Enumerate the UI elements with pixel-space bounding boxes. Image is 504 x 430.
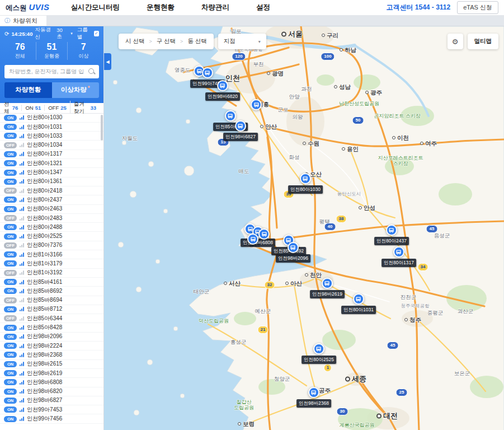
fleet-stats: 76전체51운행중7이상 bbox=[4, 38, 99, 65]
map-vehicle-marker[interactable]: 인천80아2437 bbox=[374, 225, 409, 245]
breadcrumb-item-0[interactable]: 시 선택 bbox=[125, 38, 144, 45]
signal-bar bbox=[20, 374, 21, 376]
marker-plate-label: 인천98바2619 bbox=[310, 290, 345, 298]
support-phone: 고객센터 1544 - 3112 bbox=[386, 3, 450, 12]
signal-bar bbox=[21, 382, 22, 385]
chevron-down-icon: ▾ bbox=[70, 31, 73, 36]
nav-item-0[interactable]: 실시간모니터링 bbox=[71, 3, 120, 12]
map-vehicle-marker[interactable] bbox=[247, 233, 258, 245]
vehicle-row[interactable]: ON인천99아7453 bbox=[0, 405, 103, 414]
vehicle-row[interactable]: ON인천99아7456 bbox=[0, 414, 103, 423]
vehicle-row[interactable]: OFF인천80아1034 bbox=[0, 141, 103, 149]
branch-select[interactable]: 지점 ▾ bbox=[218, 34, 266, 49]
group-checkbox[interactable]: ✓ bbox=[94, 31, 99, 36]
map-container[interactable]: 서울구리김포하남김포국제공항부천인천광명성남과천광주안양남한산성도립공원영종도시… bbox=[104, 26, 504, 430]
vehicle-plate: 인천98바6808 bbox=[27, 378, 62, 386]
status-badge: ON bbox=[4, 170, 17, 176]
tab-vehicle-location[interactable]: ⓘ 차량위치 bbox=[0, 16, 46, 26]
vehicle-row[interactable]: ON인천80아1361 bbox=[0, 177, 103, 186]
multimap-button[interactable]: 멀티맵 bbox=[468, 34, 499, 49]
marker-plate-label: 인천80아1317 bbox=[381, 259, 416, 267]
map-vehicle-marker[interactable]: 인천98바2619 bbox=[310, 278, 345, 298]
signal-bar bbox=[21, 163, 22, 166]
filter-count: 51 bbox=[35, 105, 41, 111]
vehicle-row[interactable]: ON인천80아1347 bbox=[0, 168, 103, 177]
map-vehicle-marker[interactable]: 인천80아1031 bbox=[341, 293, 376, 314]
nav-item-2[interactable]: 차량관리 bbox=[201, 3, 229, 12]
refresh-interval-select[interactable]: 30 초 bbox=[56, 27, 68, 40]
vehicle-row[interactable]: OFF인천85바8694 bbox=[0, 296, 103, 305]
map-vehicle-marker[interactable] bbox=[251, 99, 262, 110]
nav-item-1[interactable]: 운행현황 bbox=[147, 3, 175, 12]
map-vehicle-marker[interactable]: 인천98바2096 bbox=[276, 242, 310, 263]
vehicle-row[interactable]: ON인천80아1321 bbox=[0, 159, 103, 168]
vehicle-row[interactable]: ON인천98바6808 bbox=[0, 378, 103, 387]
status-badge: OFF bbox=[4, 142, 17, 148]
map-vehicle-marker[interactable] bbox=[258, 228, 270, 240]
breadcrumb-item-2[interactable]: 동 선택 bbox=[187, 38, 206, 45]
filter-2[interactable]: OFF25 bbox=[44, 105, 70, 111]
nav-item-3[interactable]: 설정 bbox=[256, 3, 270, 12]
vehicle-row[interactable]: OFF인천85아6344 bbox=[0, 314, 103, 323]
marker-plate-label: 인천80아2525 bbox=[302, 356, 336, 364]
signal-bar bbox=[20, 283, 21, 284]
map-vehicle-marker[interactable]: 인천98바6820 bbox=[205, 80, 240, 101]
filter-1[interactable]: ON51 bbox=[21, 105, 44, 111]
vehicle-row[interactable]: ON인천81아3179 bbox=[0, 259, 103, 268]
signal-icon bbox=[20, 198, 24, 202]
signal-bar bbox=[21, 336, 22, 339]
vehicle-row[interactable]: ON인천98바2615 bbox=[0, 360, 103, 369]
info-icon: ⓘ bbox=[4, 17, 10, 25]
sidebar-tab-1[interactable]: 이상차량* bbox=[52, 82, 100, 98]
refresh-icon[interactable]: ⟳ bbox=[4, 31, 9, 37]
search-input[interactable] bbox=[4, 65, 99, 78]
vehicle-row[interactable]: ON인천80아1030 bbox=[0, 114, 103, 123]
signal-bar bbox=[20, 182, 21, 184]
vehicle-row[interactable]: ON인천98바2224 bbox=[0, 342, 103, 350]
sidebar-tab-0[interactable]: 차량현황 bbox=[4, 82, 52, 98]
vehicle-row[interactable]: ON인천98바2096 bbox=[0, 333, 103, 342]
vehicle-row[interactable]: OFF인천80아2483 bbox=[0, 214, 103, 223]
vehicle-row[interactable]: ON인천98바6827 bbox=[0, 396, 103, 405]
vehicle-row[interactable]: ON인천98바2368 bbox=[0, 350, 103, 359]
vehicle-row[interactable]: ON인천98바6820 bbox=[0, 387, 103, 396]
vehicle-plate: 인천80아2483 bbox=[27, 214, 62, 222]
search-icon[interactable] bbox=[88, 68, 94, 74]
filter-count: 33 bbox=[90, 105, 96, 111]
sidebar-collapse-button[interactable]: ◀ bbox=[104, 53, 111, 70]
breadcrumb-item-1[interactable]: 구 선택 bbox=[157, 38, 176, 45]
brand-logo[interactable]: 에스원 UVIS bbox=[6, 2, 50, 13]
vehicle-row[interactable]: OFF인천80아7376 bbox=[0, 241, 103, 250]
vehicle-row[interactable]: ON인천80아1317 bbox=[0, 150, 103, 159]
signal-icon bbox=[20, 225, 24, 230]
signal-icon bbox=[20, 289, 24, 293]
vehicle-row[interactable]: ON인천85바4161 bbox=[0, 278, 103, 287]
vehicle-row[interactable]: ON인천80아2525 bbox=[0, 232, 103, 241]
map-vehicle-marker[interactable]: 인천98바2368 bbox=[296, 387, 331, 408]
vehicle-row[interactable]: OFF인천81아3192 bbox=[0, 269, 103, 278]
vehicle-row[interactable]: ON인천85바8692 bbox=[0, 287, 103, 296]
vehicle-plate: 인천80아2488 bbox=[27, 223, 62, 231]
signal-icon bbox=[20, 253, 24, 257]
vehicle-row[interactable]: ON인천81아3166 bbox=[0, 250, 103, 259]
vehicle-row[interactable]: ON인천85아8428 bbox=[0, 323, 103, 332]
map-canvas[interactable] bbox=[104, 26, 504, 430]
signal-icon bbox=[20, 179, 24, 184]
vehicle-row[interactable]: ON인천85바8712 bbox=[0, 305, 103, 314]
map-vehicle-marker[interactable]: 인천80아1030 bbox=[288, 173, 323, 194]
vehicle-row[interactable]: ON인천80아1031 bbox=[0, 123, 103, 132]
vehicle-row[interactable]: ON인천80아2488 bbox=[0, 223, 103, 232]
map-settings-button[interactable]: ⚙ bbox=[448, 34, 463, 49]
map-vehicle-marker[interactable]: 인천80아1317 bbox=[381, 246, 416, 267]
stat-value: 7 bbox=[68, 42, 99, 52]
vehicle-row[interactable]: ON인천80아2463 bbox=[0, 205, 103, 214]
refresh-time: 14:25:40 bbox=[11, 31, 32, 37]
etas-apply-button[interactable]: eTAS 신청 bbox=[457, 1, 498, 14]
vehicle-row[interactable]: ON인천98바2619 bbox=[0, 369, 103, 378]
vehicle-row[interactable]: ON인천80아2437 bbox=[0, 195, 103, 204]
map-vehicle-marker[interactable]: 인천80아2525 bbox=[302, 343, 336, 364]
map-vehicle-marker[interactable]: 인천98바6827 bbox=[223, 120, 258, 141]
list-scrollbar-thumb[interactable] bbox=[101, 115, 103, 141]
vehicle-row[interactable]: OFF인천80아2418 bbox=[0, 186, 103, 195]
vehicle-row[interactable]: ON인천80아1033 bbox=[0, 132, 103, 141]
